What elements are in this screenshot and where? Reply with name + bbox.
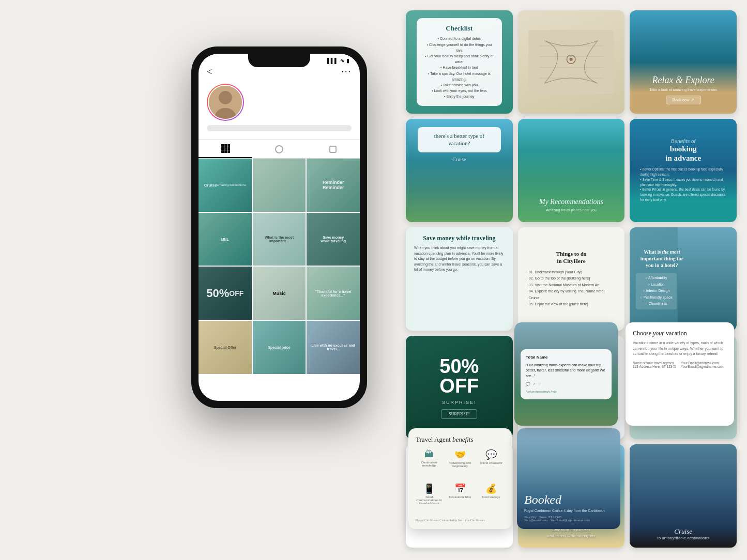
ig-tabs [199,139,360,159]
things-title: Things to doin CityHere [556,250,587,265]
card-recommendations-content: My Recommendations Amazing travel places… [518,119,625,222]
grid-thumb-8[interactable]: Music [253,267,306,320]
save-money-body: When you think about you might save mone… [412,245,507,273]
choose-vacation-content: Choose your vacation Vacations come in a… [626,322,734,426]
booked-sub: Royal Caribbean Cruise 4-day from the Ca… [524,509,613,512]
avatar [207,84,244,121]
booking-pre: Benefits of [671,138,695,144]
travel-agent-footer: Royal Caribbean Cruise 4-day from the Ca… [416,519,505,522]
recommendations-title: My Recommendations [539,198,603,206]
ig-tab-tagged[interactable] [306,140,360,158]
travel-agent-title: Travel Agent benefits [416,435,505,444]
card-checklist-content: Checklist • Connect to a digital detox •… [406,10,513,114]
testimonial-content: Total Name "Our amazing travel experts c… [514,322,618,426]
grid-thumb-2[interactable] [253,159,306,212]
grid-thumb-1[interactable]: Cruiseamazing destinations [199,159,252,212]
card-booked: Booked Royal Caribbean Cruise 4-day from… [517,428,620,529]
benefit-communications: 📱 Send communications to travel advisors [416,483,443,516]
card-booking-content: Benefits of bookingin advance • Better O… [630,119,737,222]
choose-contacts: Name of your travel agency123 Address He… [633,361,727,368]
tagged-icon [329,146,337,153]
card-hotel-content: What is the most important thing for you… [630,227,694,331]
card-hotel: What is the most important thing for you… [630,227,737,331]
ig-bio [199,135,360,139]
testimonial-actions: 💬↗♡ [526,382,606,387]
card-vacation-content: there's a better type of vacation? Cruis… [406,119,513,222]
choose-title: Choose your vacation [633,330,727,337]
reel-icon [275,145,283,153]
card-save-money: Save money while traveling When you thin… [406,227,513,331]
booking-title: bookingin advance [665,144,701,163]
card-discount: 50%OFF SURPRISE! SURPRISE! [406,336,513,439]
left-section [21,0,186,560]
card-relax-content: Relax & Explore Take a look at amazing t… [630,10,737,114]
grid-thumb-4[interactable]: MNL [199,213,252,266]
avatar-image [208,85,243,120]
ig-menu-button[interactable]: ··· [342,67,352,77]
status-icons: ▌▌▌ ∿ ▮ [327,58,349,64]
relax-cta[interactable]: Book now ↗ [666,96,701,104]
phone-outer: ▌▌▌ ∿ ▮ < ··· [191,46,367,408]
card-relax-explore: Relax & Explore Take a look at amazing t… [630,10,737,114]
phone-screen: ▌▌▌ ∿ ▮ < ··· [199,54,360,401]
cruise-sub: to unforgettable destinations [657,536,709,540]
card-things-todo: Things to doin CityHere 01. Backtrack th… [518,227,625,331]
discount-btn[interactable]: SURPRISE! [441,409,477,419]
card-travel-agent: Travel Agent benefits 🏔 Destination know… [408,428,512,529]
relax-title: Relax & Explore [652,75,714,86]
save-money-title: Save money while traveling [423,235,495,242]
grid-thumb-7[interactable]: 50%OFF [199,267,252,320]
things-list: 01. Backtrack through [Your City] 02. Go… [529,269,614,308]
grid-thumb-5[interactable]: What is the most important... [253,213,306,266]
grid-icon [221,144,230,153]
card-checklist: Checklist • Connect to a digital detox •… [406,10,513,114]
cruise-title: Cruise [674,527,692,536]
hotel-title: What is the most important thing for you… [636,248,688,269]
testimonial-cta: I let professionals help [526,390,606,394]
vacation-label: Cruise [452,157,466,162]
grid-thumb-10[interactable]: Special Offer [199,321,252,374]
card-map [518,10,625,114]
relax-body: Take a look at amazing travel experience… [649,88,716,91]
card-cruise: Cruise to unforgettable destinations [630,444,737,548]
card-save-money-content: Save money while traveling When you thin… [406,227,513,331]
card-choose-vacation: Choose your vacation Vacations come in a… [626,322,734,426]
ig-profile-row [199,81,360,125]
vacation-title: there's a better type of vacation? [423,132,496,147]
grid-thumb-3[interactable]: ReminderReminder [307,159,360,212]
choose-body: Vacations come in a wide variety of type… [633,340,727,357]
edit-profile-button[interactable] [207,125,352,131]
grid-thumb-6[interactable]: Save moneywhile traveling [307,213,360,266]
ig-tab-grid[interactable] [199,140,252,158]
benefit-networking: 🤝 Networking and negotiating [447,449,474,479]
travel-agent-icons: 🏔 Destination knowledge 🤝 Networking and… [416,449,505,516]
card-vacation-type: there's a better type of vacation? Cruis… [406,119,513,222]
battery-icon: ▮ [346,58,349,64]
grid-thumb-11[interactable]: Special price [253,321,306,374]
grid-thumb-12[interactable]: Live with no excuses and travel... [307,321,360,374]
card-discount-content: 50%OFF SURPRISE! SURPRISE! [406,336,513,439]
benefit-cost: 💰 Cost savings [478,483,505,516]
ig-tab-reels[interactable] [252,140,306,158]
grid-thumb-9[interactable]: "Thankful for a travel experience..." [307,267,360,320]
benefit-occasions: 📅 Occasional trips [447,483,474,516]
checklist-body: • Connect to a digital detox • Challenge… [424,36,494,99]
card-booking: Benefits of bookingin advance • Better O… [630,119,737,222]
wifi-icon: ∿ [340,58,344,64]
testimonial-text: "Our amazing travel experts can make you… [526,363,606,379]
signal-icon: ▌▌▌ [327,58,338,64]
card-recommendations: My Recommendations Amazing travel places… [518,119,625,222]
benefit-destination: 🏔 Destination knowledge [416,449,443,479]
map-illustration [528,21,614,103]
hotel-options: ○ Affordability ○ Location ○ Interior De… [636,273,676,309]
checklist-title: Checklist [424,24,494,33]
svg-point-1 [219,91,232,104]
ig-back-button[interactable]: < [207,67,212,77]
discount-label: SURPRISE! [442,400,477,405]
booked-contact: Your City State, ST 12345Your@email.com … [524,516,613,522]
ig-photo-grid: Cruiseamazing destinations ReminderRemin… [199,159,360,374]
booked-title: Booked [524,493,613,507]
svg-rect-3 [528,30,614,94]
testimonial-name: Total Name [526,354,606,361]
benefit-travel-counsel: 💬 Travel counselor [478,449,505,479]
